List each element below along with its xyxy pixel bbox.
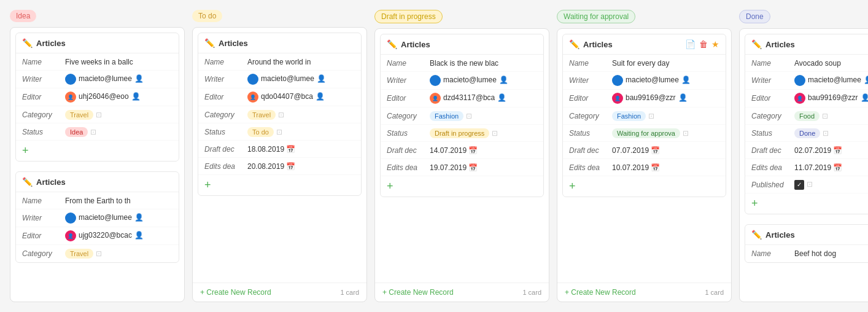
add-field-button[interactable]: + — [745, 193, 868, 214]
user-add-icon[interactable]: 👤 — [681, 76, 691, 84]
create-new-record-button[interactable]: + Create New Record — [200, 288, 271, 297]
card-row-1: Writer👤macieto@lumee👤 — [563, 72, 726, 90]
row-value[interactable]: Waiting for approva⊡ — [612, 128, 719, 138]
card-row-0: NameBlack is the new blac — [381, 55, 543, 72]
row-label: Category — [22, 111, 65, 119]
row-label: Status — [569, 129, 612, 138]
expand-icon[interactable]: ⊡ — [822, 112, 828, 120]
expand-icon[interactable]: ⊡ — [648, 112, 654, 120]
tag: Fashion — [612, 111, 646, 121]
expand-icon[interactable]: ⊡ — [90, 128, 96, 136]
card-row-5: Draft dec02.07.2019 📅 — [745, 142, 868, 159]
date-value: 02.07.2019 — [794, 146, 831, 155]
row-value[interactable]: Travel⊡ — [247, 110, 355, 120]
tag: Food — [794, 111, 820, 121]
card-header-idea-0: ✏️Articles — [16, 33, 179, 53]
card-title-text: Articles — [36, 39, 66, 48]
avatar-email: macieto@lumee — [808, 76, 861, 84]
row-label: Status — [751, 129, 794, 138]
row-value[interactable]: 👤macieto@lumee👤 — [65, 213, 172, 224]
expand-icon[interactable]: ⊡ — [807, 180, 813, 189]
row-value[interactable]: 👤macieto@lumee👤 — [794, 75, 868, 86]
row-value[interactable]: To do⊡ — [247, 127, 355, 137]
row-label: Edits dea — [569, 163, 612, 172]
star-icon[interactable]: ★ — [711, 39, 719, 49]
expand-icon[interactable]: ⊡ — [96, 111, 102, 119]
row-value[interactable]: Idea⊡ — [65, 127, 172, 137]
row-value[interactable]: ✓⊡ — [794, 180, 868, 190]
row-value[interactable]: 👤bau99169@zzr👤 — [794, 93, 868, 104]
row-value[interactable]: Travel⊡ — [65, 249, 172, 259]
row-value[interactable]: Travel⊡ — [65, 110, 172, 120]
user-add-icon[interactable]: 👤 — [499, 76, 508, 84]
user-add-icon[interactable]: 👤 — [134, 213, 144, 222]
row-value[interactable]: Food⊡ — [794, 111, 868, 121]
add-field-button[interactable]: + — [381, 176, 543, 197]
calendar-icon[interactable]: 📅 — [649, 146, 660, 155]
column-badge-idea: Idea — [10, 10, 36, 22]
calendar-icon[interactable]: 📅 — [649, 163, 660, 172]
avatar-email: ujg03220@bcac — [79, 231, 132, 240]
card-draft-0: ✏️ArticlesNameBlack is the new blacWrite… — [380, 34, 544, 197]
row-label: Writer — [387, 76, 430, 85]
row-value[interactable]: Fashion⊡ — [612, 111, 719, 121]
delete-icon[interactable]: 🗑 — [699, 39, 708, 49]
user-add-icon[interactable]: 👤 — [131, 92, 141, 101]
calendar-icon[interactable]: 📅 — [831, 146, 842, 155]
document-icon[interactable]: 📄 — [685, 39, 696, 49]
row-value[interactable]: 👤macieto@lumee👤 — [65, 74, 172, 85]
card-row-2: Editor👤bau99169@zzr👤 — [563, 90, 726, 107]
user-add-icon[interactable]: 👤 — [678, 93, 688, 102]
expand-icon[interactable]: ⊡ — [276, 128, 282, 136]
row-label: Category — [569, 112, 612, 120]
calendar-icon[interactable]: 📅 — [467, 163, 478, 172]
row-value[interactable]: 👤ujg03220@bcac👤 — [65, 230, 172, 241]
user-add-icon[interactable]: 👤 — [861, 93, 868, 102]
card-idea-0: ✏️ArticlesNameFive weeks in a ballcWrite… — [15, 33, 179, 162]
expand-icon[interactable]: ⊡ — [823, 129, 829, 138]
add-field-button[interactable]: + — [16, 141, 179, 161]
user-add-icon[interactable]: 👤 — [316, 92, 325, 101]
card-row-3: CategoryTravel⊡ — [16, 245, 179, 262]
row-value[interactable]: 👤macieto@lumee👤 — [247, 74, 355, 85]
calendar-icon[interactable]: 📅 — [284, 145, 295, 154]
row-value[interactable]: 👤qdo04407@bca👤 — [247, 92, 355, 103]
create-new-record-button[interactable]: + Create New Record — [382, 288, 454, 297]
row-value[interactable]: Done⊡ — [794, 128, 868, 138]
row-value[interactable]: 👤macieto@lumee👤 — [430, 75, 537, 86]
expand-icon[interactable]: ⊡ — [96, 249, 102, 258]
column-footer-todo: + Create New Record1 card — [193, 283, 366, 302]
row-label: Editor — [22, 93, 65, 101]
row-value[interactable]: 👤macieto@lumee👤 — [612, 75, 719, 86]
row-value[interactable]: 👤uhj26046@eoo👤 — [65, 92, 172, 103]
row-value[interactable]: Draft in progress⊡ — [430, 128, 537, 138]
user-add-icon[interactable]: 👤 — [134, 74, 144, 83]
checkbox[interactable]: ✓ — [794, 180, 804, 190]
expand-icon[interactable]: ⊡ — [466, 112, 472, 120]
expand-icon[interactable]: ⊡ — [278, 111, 284, 119]
card-title-text: Articles — [219, 39, 248, 48]
row-value[interactable]: 👤bau99169@zzr👤 — [612, 93, 719, 104]
expand-icon[interactable]: ⊡ — [492, 129, 498, 138]
calendar-icon[interactable]: 📅 — [284, 162, 295, 171]
avatar-email: bau99169@zzr — [626, 93, 676, 102]
user-add-icon[interactable]: 👤 — [864, 76, 868, 84]
row-value[interactable]: 👤dzd43117@bca👤 — [430, 93, 537, 104]
user-add-icon[interactable]: 👤 — [317, 74, 326, 83]
expand-icon[interactable]: ⊡ — [683, 129, 689, 138]
row-value[interactable]: Fashion⊡ — [430, 111, 537, 121]
create-new-record-button[interactable]: + Create New Record — [565, 288, 636, 297]
add-field-button[interactable]: + — [198, 175, 361, 195]
edit-icon: ✏️ — [751, 39, 762, 49]
edit-icon: ✏️ — [387, 39, 397, 49]
calendar-icon[interactable]: 📅 — [831, 163, 842, 172]
row-label: Status — [204, 128, 247, 136]
card-row-4: StatusTo do⊡ — [198, 123, 361, 141]
user-add-icon[interactable]: 👤 — [134, 231, 144, 240]
card-count: 1 card — [522, 289, 541, 296]
card-row-2: Editor👤qdo04407@bca👤 — [198, 88, 361, 106]
user-add-icon[interactable]: 👤 — [497, 93, 506, 102]
card-row-3: CategoryFashion⊡ — [381, 107, 543, 125]
add-field-button[interactable]: + — [563, 176, 726, 197]
calendar-icon[interactable]: 📅 — [467, 146, 478, 155]
